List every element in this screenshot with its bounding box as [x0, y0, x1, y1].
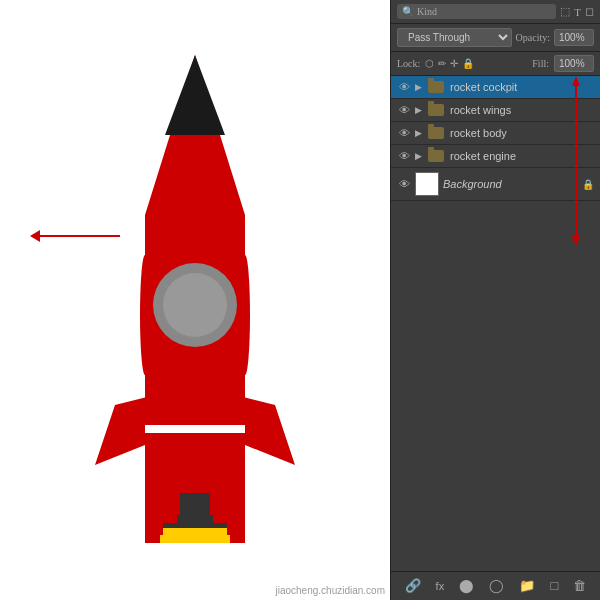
watermark: jiaocheng.chuzidian.com	[275, 585, 385, 596]
new-fill-adjustment-icon[interactable]: ⬤	[459, 578, 474, 594]
arrow-line	[40, 235, 120, 237]
rocket-svg	[85, 35, 305, 575]
svg-rect-14	[163, 523, 227, 528]
folder-icon	[428, 104, 444, 116]
expand-arrow-icon[interactable]: ▶	[415, 128, 422, 138]
layer-rocket-engine[interactable]: 👁 ▶ rocket engine	[391, 145, 600, 168]
layer-rocket-cockpit[interactable]: 👁 ▶ rocket cockpit	[391, 76, 600, 99]
expand-arrow-icon[interactable]: ▶	[415, 82, 422, 92]
expand-arrow-icon[interactable]: ▶	[415, 151, 422, 161]
layer-name-engine: rocket engine	[450, 150, 594, 162]
blend-opacity-row: Pass Through Opacity:	[391, 24, 600, 52]
lock-all-icon[interactable]: 🔒	[462, 58, 474, 69]
folder-icon	[428, 150, 444, 162]
visibility-eye-icon[interactable]: 👁	[397, 80, 411, 94]
new-layer-icon[interactable]: □	[550, 578, 558, 594]
layer-lock-icon: 🔒	[582, 179, 594, 190]
lock-icons: ⬡ ✏ ✛ 🔒	[425, 58, 474, 69]
svg-point-2	[163, 273, 227, 337]
lock-fill-row: Lock: ⬡ ✏ ✛ 🔒 Fill:	[391, 52, 600, 76]
visibility-eye-icon[interactable]: 👁	[397, 126, 411, 140]
layer-rocket-body[interactable]: 👁 ▶ rocket body	[391, 122, 600, 145]
opacity-input[interactable]	[554, 29, 594, 46]
visibility-eye-icon[interactable]: 👁	[397, 149, 411, 163]
layer-name-cockpit: rocket cockpit	[450, 81, 594, 93]
svg-rect-3	[145, 425, 245, 433]
add-mask-icon[interactable]: ◯	[489, 578, 504, 594]
link-layers-icon[interactable]: 🔗	[405, 578, 421, 594]
layer-name-wings: rocket wings	[450, 104, 594, 116]
folder-icon	[428, 127, 444, 139]
shape-icon[interactable]: ◻	[585, 5, 594, 18]
opacity-label: Opacity:	[516, 32, 550, 43]
lock-label: Lock:	[397, 58, 420, 69]
expand-arrow-icon[interactable]: ▶	[415, 105, 422, 115]
layer-background[interactable]: 👁 Background 🔒	[391, 168, 600, 201]
fx-icon[interactable]: fx	[436, 580, 445, 592]
kind-label: Kind	[417, 6, 437, 17]
visibility-eye-icon[interactable]: 👁	[397, 103, 411, 117]
layers-search[interactable]: 🔍 Kind	[397, 4, 556, 19]
layer-rocket-wings[interactable]: 👁 ▶ rocket wings	[391, 99, 600, 122]
fill-input[interactable]	[554, 55, 594, 72]
layer-name-background: Background	[443, 178, 578, 190]
folder-icon	[428, 81, 444, 93]
layers-panel: 🔍 Kind ⬚ T ◻ Pass Through Opacity: Lock:…	[390, 0, 600, 600]
svg-marker-19	[572, 236, 580, 246]
lock-pixels-icon[interactable]: ✏	[438, 58, 446, 69]
blend-mode-select[interactable]: Pass Through	[397, 28, 512, 47]
search-icon: 🔍	[402, 6, 414, 17]
fill-label: Fill:	[532, 58, 549, 69]
svg-point-16	[240, 255, 250, 375]
layer-name-body: rocket body	[450, 127, 594, 139]
layer-type-icon[interactable]: ⬚	[560, 5, 570, 18]
rocket-illustration-panel: jiaocheng.chuzidian.com	[0, 0, 390, 600]
layers-list: 👁 ▶ rocket cockpit 👁 ▶ rocket wings 👁 ▶ …	[391, 76, 600, 571]
visibility-eye-icon[interactable]: 👁	[397, 177, 411, 191]
bg-thumbnail	[415, 172, 439, 196]
lock-position-icon[interactable]: ✛	[450, 58, 458, 69]
arrow-head	[30, 230, 40, 242]
text-icon[interactable]: T	[574, 6, 581, 18]
layers-bottom-bar: 🔗 fx ⬤ ◯ 📁 □ 🗑	[391, 571, 600, 600]
lock-transparent-icon[interactable]: ⬡	[425, 58, 434, 69]
svg-point-15	[140, 255, 150, 375]
new-group-icon[interactable]: 📁	[519, 578, 535, 594]
annotation-arrow	[30, 230, 120, 242]
delete-layer-icon[interactable]: 🗑	[573, 578, 586, 594]
layers-top-bar: 🔍 Kind ⬚ T ◻	[391, 0, 600, 24]
